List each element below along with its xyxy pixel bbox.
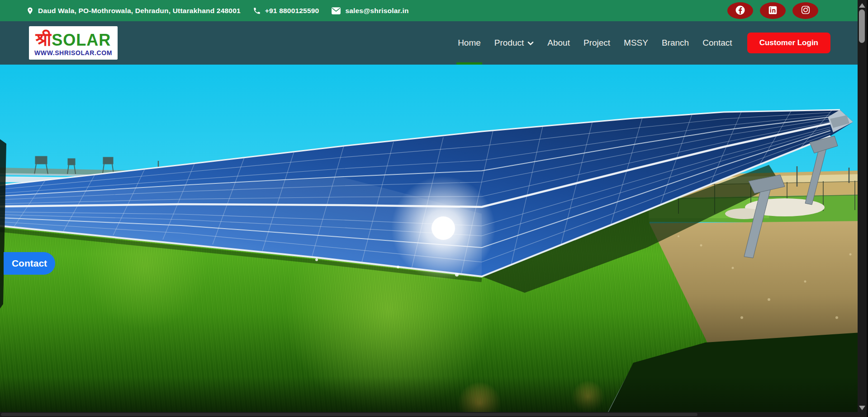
vertical-scrollbar-thumb[interactable] [859, 9, 865, 43]
nav-item-project[interactable]: Project [577, 21, 617, 65]
email-text: sales@shrisolar.in [345, 7, 408, 15]
facebook-icon [735, 5, 745, 17]
phone-link[interactable]: +91 8800125590 [253, 7, 319, 15]
nav-item-mssy[interactable]: MSSY [617, 21, 655, 65]
customer-login-button[interactable]: Customer Login [747, 33, 830, 53]
horizontal-scrollbar-thumb[interactable] [1, 413, 697, 416]
linkedin-button[interactable] [760, 2, 786, 19]
nav-item-about[interactable]: About [541, 21, 577, 65]
facebook-button[interactable] [727, 2, 753, 19]
phone-icon [253, 7, 261, 15]
top-info-bar: Daud Wala, PO-Mothrowala, Dehradun, Utta… [0, 0, 868, 21]
chevron-down-icon [527, 38, 534, 48]
navbar: श्री SOLAR WWW.SHRISOLAR.COM Home Produc… [0, 21, 868, 65]
phone-text: +91 8800125590 [265, 7, 319, 15]
hero-slider: Contact [0, 65, 868, 417]
main-menu: Home Product About Project MSSY Branch C… [451, 21, 739, 65]
nav-item-product[interactable]: Product [488, 21, 541, 65]
email-icon [331, 7, 341, 15]
nav-item-branch[interactable]: Branch [655, 21, 696, 65]
logo[interactable]: श्री SOLAR WWW.SHRISOLAR.COM [29, 26, 118, 60]
instagram-icon [801, 5, 811, 16]
vertical-scrollbar[interactable] [858, 0, 868, 417]
nav-item-contact[interactable]: Contact [696, 21, 739, 65]
logo-website-text: WWW.SHRISOLAR.COM [34, 50, 112, 56]
social-links [727, 2, 818, 19]
contact-fab-button[interactable]: Contact [4, 252, 55, 275]
email-link[interactable]: sales@shrisolar.in [331, 7, 408, 15]
nav-item-home[interactable]: Home [451, 21, 488, 65]
scroll-up-arrow[interactable] [859, 3, 865, 8]
logo-brand-text: SOLAR [52, 32, 111, 48]
linkedin-icon [768, 5, 778, 16]
scroll-down-arrow[interactable] [859, 406, 865, 410]
logo-script-text: श्री [36, 30, 51, 48]
page: Daud Wala, PO-Mothrowala, Dehradun, Utta… [0, 0, 868, 417]
hero-image [0, 65, 868, 417]
instagram-button[interactable] [792, 2, 818, 19]
address: Daud Wala, PO-Mothrowala, Dehradun, Utta… [26, 6, 241, 16]
location-pin-icon [26, 6, 34, 16]
horizontal-scrollbar[interactable] [0, 412, 858, 417]
address-text: Daud Wala, PO-Mothrowala, Dehradun, Utta… [38, 7, 241, 15]
